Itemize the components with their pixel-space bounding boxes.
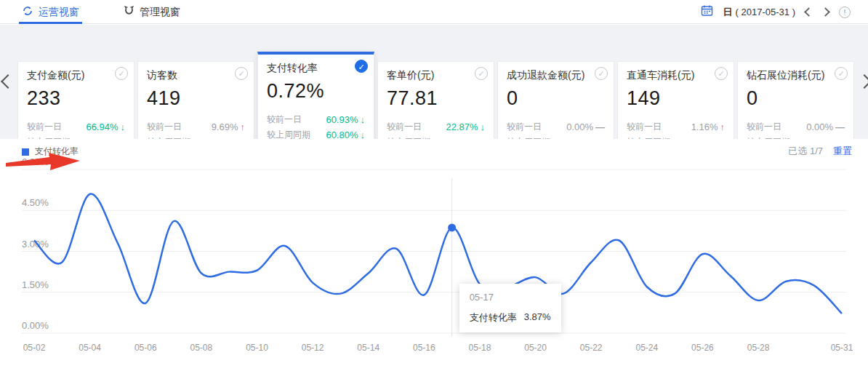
comparison-row: 较前一日 9.69% ↑ (147, 119, 245, 135)
x-tick-label: 05-18 (469, 343, 491, 353)
selected-count-label: 已选 1/7 (788, 145, 823, 158)
active-tab-underline (19, 22, 82, 24)
calendar-icon[interactable] (701, 4, 713, 20)
comparison-row: 较前一日 60.93% ↓ (267, 112, 365, 127)
y-tick-label: 3.00% (22, 239, 49, 250)
chart-tooltip: 05-17 支付转化率 3.87% (459, 284, 561, 332)
comparison-value: 22.87% ↓ (446, 121, 485, 132)
red-annotation-arrow (6, 152, 86, 171)
comparison-label: 较前一日 (627, 121, 662, 133)
info-icon[interactable]: ! (839, 7, 851, 18)
trend-down-icon: ↓ (481, 121, 486, 132)
comparison-label: 较前一日 (147, 121, 182, 133)
y-tick-label: 1.50% (22, 279, 49, 290)
trend-down-icon: ↓ (361, 114, 366, 125)
x-tick-label: 05-02 (23, 343, 46, 353)
tab-label: 运营视窗 (39, 6, 79, 19)
line-chart[interactable]: 0.00%1.50%3.00%4.50%6.00%05-0205-0405-06… (0, 139, 868, 371)
metric-title: 直通车消耗(元) (627, 69, 725, 82)
reset-button[interactable]: 重置 (833, 145, 852, 158)
metric-title: 钻石展位消耗(元) (747, 69, 845, 82)
y-tick-label: 4.50% (22, 197, 49, 208)
trend-chart-section: 0.00%1.50%3.00%4.50%6.00%05-0205-0405-06… (0, 139, 868, 371)
date-granularity: 日 (723, 6, 733, 19)
date-next-button[interactable] (821, 7, 830, 17)
tab-management-view[interactable]: 管理视窗 (124, 0, 180, 24)
comparison-label: 较前一日 (387, 121, 422, 133)
comparison-value: 0.00% — (566, 121, 605, 132)
metric-title: 支付转化率 (267, 62, 365, 75)
x-tick-label: 05-26 (691, 343, 714, 353)
tooltip-value: 3.87% (524, 311, 551, 324)
comparison-row: 较前一日 22.87% ↓ (387, 119, 485, 135)
metric-title: 访客数 (147, 69, 245, 82)
metric-comparisons: 较前一日 60.93% ↓ 较上周同期 60.80% ↓ (267, 112, 365, 143)
check-circle-icon[interactable]: ✓ (595, 67, 608, 80)
comparison-label: 较前一日 (747, 121, 781, 133)
trend-flat-icon: — (835, 121, 845, 132)
comparison-value: 66.94% ↓ (86, 121, 125, 132)
x-tick-label: 05-06 (134, 343, 157, 353)
x-tick-label: 05-14 (357, 343, 379, 353)
check-circle-icon[interactable]: ✓ (835, 67, 848, 80)
metric-value: 233 (27, 87, 125, 110)
refresh-icon (22, 5, 33, 19)
x-tick-label: 05-31 (831, 343, 853, 353)
x-tick-label: 05-12 (302, 343, 324, 353)
x-tick-label: 05-24 (635, 343, 658, 353)
x-tick-label: 05-22 (580, 343, 603, 353)
comparison-row: 较前一日 1.16% ↑ (627, 119, 725, 135)
checked-circle-icon[interactable]: ✓ (355, 60, 368, 73)
tab-operations-view[interactable]: 运营视窗 (22, 0, 79, 24)
date-value: ( 2017-05-31 ) (736, 7, 795, 17)
dashboard-page: 运营视窗 管理视窗 日 ( 2017-05-31 (0, 0, 868, 371)
trend-down-icon: ↓ (121, 121, 126, 132)
metric-card[interactable]: ✓ 支付转化率 0.72% 较前一日 60.93% ↓ 较上周同期 60.80%… (257, 52, 374, 153)
highlight-point[interactable] (448, 223, 456, 231)
metric-value: 77.81 (387, 87, 485, 110)
cat-icon (124, 5, 134, 19)
trend-up-icon: ↑ (720, 121, 726, 132)
metric-title: 支付金额(元) (27, 69, 125, 82)
metrics-band: ✓ 支付金额(元) 233 较前一日 66.94% ↓ 较上周同期 55.66%… (0, 25, 868, 139)
comparison-row: 较前一日 0.00% — (747, 119, 845, 135)
date-controls: 日 ( 2017-05-31 ) ! (701, 0, 851, 24)
check-circle-icon[interactable]: ✓ (115, 67, 128, 80)
metric-title: 成功退款金额(元) (507, 69, 605, 82)
metric-value: 0.72% (267, 80, 365, 103)
comparison-label: 较前一日 (27, 121, 62, 133)
x-tick-label: 05-04 (79, 343, 101, 353)
check-circle-icon[interactable]: ✓ (715, 67, 728, 80)
x-tick-label: 05-20 (524, 343, 547, 353)
check-circle-icon[interactable]: ✓ (235, 67, 248, 80)
x-tick-label: 05-08 (190, 343, 213, 353)
y-tick-label: 0.00% (22, 320, 49, 331)
metric-value: 0 (747, 87, 845, 110)
tooltip-series-label: 支付转化率 (470, 311, 517, 324)
metric-value: 0 (507, 87, 605, 110)
trend-up-icon: ↑ (241, 121, 246, 132)
comparison-value: 0.00% — (806, 121, 845, 132)
comparison-row: 较前一日 0.00% — (507, 119, 605, 135)
x-tick-label: 05-16 (413, 343, 435, 353)
comparison-label: 较前一日 (267, 113, 302, 126)
date-prev-button[interactable] (804, 7, 813, 17)
metric-value: 419 (147, 87, 245, 110)
x-tick-label: 05-28 (747, 343, 770, 353)
comparison-value: 60.93% ↓ (326, 114, 365, 125)
metric-title: 客单价(元) (387, 69, 485, 82)
trend-flat-icon: — (595, 121, 605, 132)
comparison-value: 9.69% ↑ (212, 121, 245, 132)
x-tick-label: 05-10 (246, 343, 268, 353)
top-nav-bar: 运营视窗 管理视窗 日 ( 2017-05-31 (0, 0, 868, 24)
tab-label: 管理视窗 (140, 6, 180, 19)
check-circle-icon[interactable]: ✓ (475, 67, 488, 80)
date-display[interactable]: 日 ( 2017-05-31 ) (723, 6, 795, 19)
comparison-row: 较前一日 66.94% ↓ (27, 119, 125, 135)
comparison-label: 较前一日 (507, 121, 542, 133)
tooltip-date: 05-17 (470, 292, 551, 303)
comparison-value: 1.16% ↑ (691, 121, 725, 132)
metric-value: 149 (627, 87, 725, 110)
series-line (34, 194, 842, 314)
